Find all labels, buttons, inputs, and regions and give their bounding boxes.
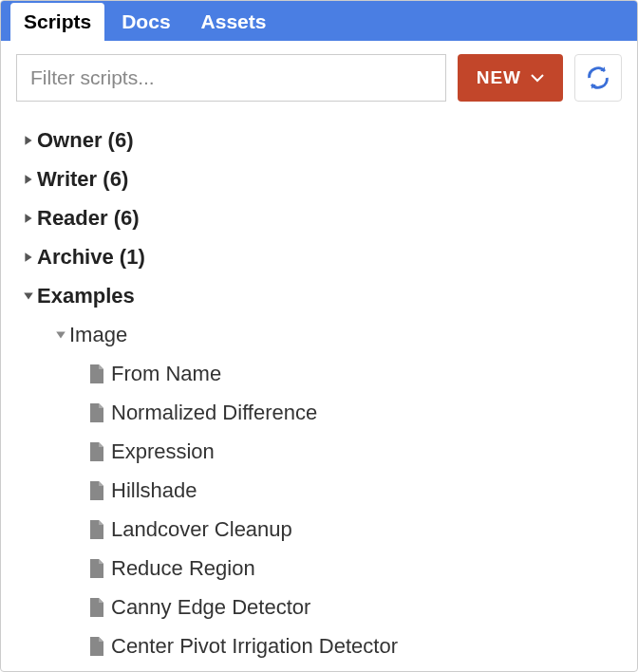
tree-label: Examples xyxy=(37,280,135,311)
tree-file[interactable]: Hillshade xyxy=(20,471,618,510)
file-icon xyxy=(88,364,105,383)
file-icon xyxy=(88,481,105,500)
tree-file[interactable]: Expression xyxy=(20,432,618,471)
file-icon xyxy=(88,637,105,656)
tab-docs[interactable]: Docs xyxy=(108,3,183,41)
tree-file-label: From Name xyxy=(111,358,221,389)
tree-folder-writer[interactable]: Writer (6) xyxy=(20,159,618,198)
tree-label: Reader (6) xyxy=(37,202,140,233)
tree-label: Archive (1) xyxy=(37,241,145,272)
new-button[interactable]: NEW xyxy=(458,54,563,102)
tree-file-label: Normalized Difference xyxy=(111,397,317,428)
filter-scripts-input[interactable] xyxy=(16,54,446,102)
refresh-icon xyxy=(585,65,611,91)
file-icon xyxy=(88,520,105,539)
tree-folder-examples[interactable]: Examples xyxy=(20,276,618,315)
new-button-label: NEW xyxy=(477,67,521,88)
tree-file[interactable]: Landcover Cleanup xyxy=(20,510,618,549)
caret-right-icon xyxy=(20,213,37,224)
tab-assets[interactable]: Assets xyxy=(188,3,280,41)
chevron-down-icon xyxy=(531,73,544,83)
file-icon xyxy=(88,442,105,461)
tab-scripts[interactable]: Scripts xyxy=(10,3,104,41)
file-icon xyxy=(88,598,105,617)
tree-file-label: Center Pivot Irrigation Detector xyxy=(111,630,398,662)
caret-down-icon xyxy=(52,329,69,341)
file-icon xyxy=(88,403,105,422)
caret-right-icon xyxy=(20,174,37,185)
tree-folder-owner[interactable]: Owner (6) xyxy=(20,121,618,159)
tree-file[interactable]: Canny Edge Detector xyxy=(20,588,618,626)
tree-folder-image[interactable]: Image xyxy=(20,315,618,354)
tree-folder-reader[interactable]: Reader (6) xyxy=(20,198,618,237)
tree-file[interactable]: Normalized Difference xyxy=(20,393,618,432)
tree-folder-archive[interactable]: Archive (1) xyxy=(20,237,618,276)
caret-down-icon xyxy=(20,290,37,302)
tree-file-label: Reduce Region xyxy=(111,552,255,584)
tree-file-label: Landcover Cleanup xyxy=(111,513,292,545)
tab-bar: Scripts Docs Assets xyxy=(1,1,637,41)
tree-file[interactable]: Center Pivot Irrigation Detector xyxy=(20,626,618,665)
caret-right-icon xyxy=(20,135,37,146)
tree-file-label: Canny Edge Detector xyxy=(111,591,310,623)
tree-label: Image xyxy=(69,319,127,350)
tree-file[interactable]: Clamp xyxy=(20,665,618,671)
tree-file-label: Expression xyxy=(111,436,215,467)
tree-label: Writer (6) xyxy=(37,163,128,195)
tree-file[interactable]: From Name xyxy=(20,354,618,393)
caret-right-icon xyxy=(20,252,37,263)
tree-file-label: Clamp xyxy=(111,669,172,671)
file-icon xyxy=(88,559,105,578)
toolbar: NEW xyxy=(1,41,637,115)
refresh-button[interactable] xyxy=(574,54,622,102)
tree-file[interactable]: Reduce Region xyxy=(20,549,618,588)
tree-label: Owner (6) xyxy=(37,124,134,156)
tree-file-label: Hillshade xyxy=(111,475,197,506)
script-tree: Owner (6) Writer (6) Reader (6) Archive … xyxy=(1,115,637,671)
